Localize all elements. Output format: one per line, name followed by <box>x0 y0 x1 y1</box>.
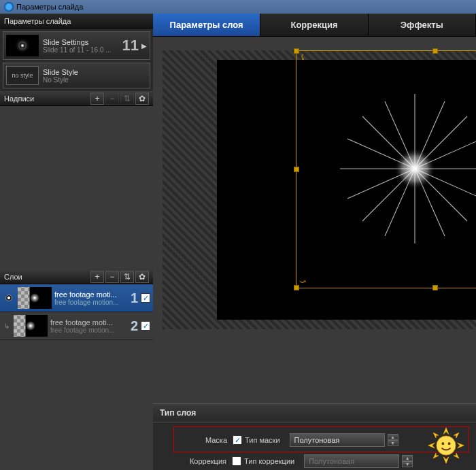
no-style-badge: no style <box>6 66 39 85</box>
remove-layer-button[interactable]: − <box>105 271 119 283</box>
svg-marker-24 <box>454 453 458 458</box>
mask-label: Маска <box>180 436 227 444</box>
layers-list: free footage moti... free footage motion… <box>0 284 153 470</box>
reorder-layer-button[interactable]: ⇅ <box>120 271 134 283</box>
svg-marker-22 <box>454 433 458 437</box>
svg-marker-17 <box>443 428 448 434</box>
reorder-caption-button[interactable]: ⇅ <box>120 93 134 105</box>
slide-settings-title: Slide Settings <box>43 38 120 46</box>
correction-spinner[interactable]: ▲▼ <box>402 455 413 467</box>
svg-marker-19 <box>428 443 435 448</box>
layer-sub: free footage motion... <box>50 326 128 334</box>
svg-point-27 <box>448 442 451 445</box>
svg-marker-18 <box>443 457 448 463</box>
slide-settings-sub: Slide 11 of 11 - 16.0 ... <box>43 46 120 54</box>
layer-link-icon[interactable]: ↳ <box>3 322 11 330</box>
layers-title: Слои <box>4 273 89 281</box>
layer-title: free footage moti... <box>54 290 128 299</box>
captions-settings-button[interactable]: ✿ <box>135 93 149 105</box>
correction-type-label: Тип коррекции <box>244 457 294 465</box>
sidebar: Параметры слайда Slide Settings Slide 11… <box>0 14 153 470</box>
canvas-area[interactable]: ⤹ ⤸ ⤻ ⤺ ✦ <box>153 37 476 403</box>
mask-type-checkbox[interactable]: ✓ <box>233 435 242 445</box>
chevron-right-icon[interactable]: ▶ <box>141 42 147 50</box>
layer-visible-checkbox[interactable]: ✓ <box>141 321 150 331</box>
slide-thumbnail <box>6 35 39 56</box>
mask-type-dropdown[interactable]: Полутоновая <box>290 433 385 447</box>
layer-item[interactable]: ↳ free footage moti... free footage moti… <box>0 312 153 340</box>
correction-type-dropdown[interactable]: Полутоновая <box>304 454 399 468</box>
svg-point-26 <box>441 442 444 445</box>
remove-caption-button[interactable]: − <box>105 93 119 105</box>
layer-radio[interactable] <box>5 295 12 301</box>
svg-marker-20 <box>458 443 464 448</box>
resize-handle-mb[interactable] <box>432 285 438 290</box>
mask-spinner[interactable]: ▲▼ <box>388 434 398 446</box>
captions-list <box>0 106 153 269</box>
svg-marker-21 <box>433 433 438 437</box>
slide-style-sub: No Style <box>43 76 78 84</box>
slide-style-row[interactable]: no style Slide Style No Style <box>3 63 150 88</box>
add-caption-button[interactable]: + <box>90 93 104 105</box>
correction-type-checkbox[interactable]: ✓ <box>232 456 241 466</box>
window-titlebar: Параметры слайда <box>0 0 476 14</box>
highlight-box: Маска ✓ Тип маски Полутоновая ▲▼ <box>173 426 469 452</box>
layer-title: free footage moti... <box>50 318 128 326</box>
layer-number: 1 <box>131 290 138 306</box>
slide-number: 11 <box>122 37 139 54</box>
rotate-handle-bl[interactable]: ⤻ <box>299 277 306 286</box>
mask-row: Маска ✓ Тип маски Полутоновая ▲▼ <box>180 431 463 449</box>
tab-effects[interactable]: Эффекты <box>369 14 476 36</box>
resize-handle-tl[interactable] <box>294 48 299 54</box>
add-layer-button[interactable]: + <box>90 271 104 283</box>
layer-thumbnail <box>18 287 52 309</box>
content-area: Параметры слоя Коррекция Эффекты <box>153 14 476 470</box>
layer-thumbnail <box>14 315 48 337</box>
resize-handle-ml[interactable] <box>294 167 299 172</box>
layer-sub: free footage motion... <box>54 299 128 306</box>
tab-correction[interactable]: Коррекция <box>260 14 368 36</box>
layer-number: 2 <box>131 318 138 334</box>
window-title: Параметры слайда <box>16 3 83 11</box>
svg-marker-23 <box>433 453 438 458</box>
layers-header: Слои + − ⇅ ✿ <box>0 269 153 284</box>
mask-type-label: Тип маски <box>245 436 280 444</box>
layer-item[interactable]: free footage moti... free footage motion… <box>0 284 153 312</box>
layer-visible-checkbox[interactable]: ✓ <box>141 293 150 303</box>
layer-type-title: Тип слоя <box>153 404 476 422</box>
app-icon <box>4 2 14 12</box>
rotate-handle-tl[interactable]: ⤹ <box>299 52 306 62</box>
correction-label: Коррекция <box>179 457 226 465</box>
resize-handle-mt[interactable] <box>432 48 438 54</box>
slide-style-title: Slide Style <box>43 68 78 76</box>
slide-settings-row[interactable]: Slide Settings Slide 11 of 11 - 16.0 ...… <box>3 31 150 60</box>
sun-mascot-icon <box>427 426 465 465</box>
sidebar-header-title: Параметры слайда <box>4 17 149 25</box>
svg-point-25 <box>437 436 456 455</box>
captions-header: Надписи + − ⇅ ✿ <box>0 91 153 106</box>
layers-settings-button[interactable]: ✿ <box>135 271 149 283</box>
resize-handle-bl[interactable] <box>294 285 299 290</box>
captions-title: Надписи <box>4 95 89 103</box>
sidebar-header: Параметры слайда <box>0 14 153 29</box>
tab-layer-params[interactable]: Параметры слоя <box>153 14 260 36</box>
selection-frame[interactable]: ⤹ ⤸ ⤻ ⤺ ✦ <box>296 50 476 288</box>
tab-bar: Параметры слоя Коррекция Эффекты <box>153 14 476 37</box>
